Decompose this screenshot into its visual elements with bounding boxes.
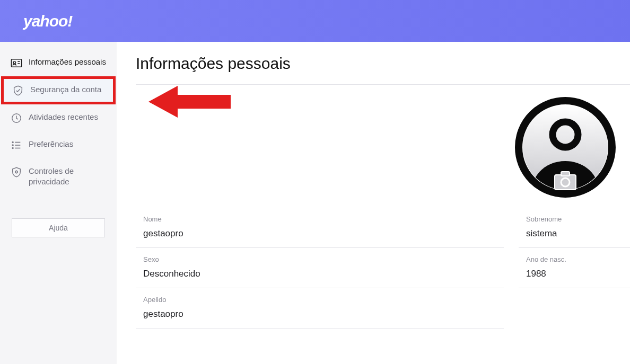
sidebar-item-preferences[interactable]: Preferências (0, 131, 117, 158)
gender-field[interactable]: Sexo Desconhecido (136, 248, 504, 288)
last-name-field[interactable]: Sobrenome sistema (519, 208, 630, 248)
field-label: Apelido (143, 296, 504, 304)
first-name-field[interactable]: Nome gestaopro (136, 208, 504, 248)
camera-icon (555, 172, 576, 190)
sidebar-item-recent-activity[interactable]: Atividades recentes (0, 104, 117, 131)
svg-point-5 (12, 142, 13, 143)
sidebar-item-label: Informações pessoais (29, 57, 106, 67)
svg-point-7 (12, 148, 13, 149)
svg-rect-16 (555, 175, 576, 190)
clock-icon (11, 112, 22, 124)
nickname-field[interactable]: Apelido gestaopro (136, 288, 504, 329)
sidebar-item-label: Segurança da conta (30, 84, 101, 95)
field-value: Desconhecido (143, 269, 504, 279)
field-label: Ano de nasc. (526, 255, 620, 263)
birth-year-field[interactable]: Ano de nasc. 1988 (519, 248, 630, 288)
field-value: 1988 (526, 269, 620, 279)
field-label: Sexo (143, 255, 504, 263)
shield-check-icon (12, 85, 24, 96)
brand-logo: yahoo! (23, 12, 72, 30)
red-arrow-annotation (148, 83, 239, 122)
svg-point-1 (13, 61, 15, 64)
svg-rect-0 (11, 59, 21, 67)
field-value: gestaopro (143, 309, 504, 319)
sidebar-item-account-security[interactable]: Segurança da conta (1, 76, 116, 104)
id-card-icon (11, 57, 22, 69)
avatar[interactable] (514, 96, 616, 198)
field-value: gestaopro (143, 228, 504, 239)
list-icon (11, 139, 22, 151)
sidebar-item-label: Controles de privacidade (29, 166, 110, 188)
app-header: yahoo! (0, 0, 630, 42)
help-button[interactable]: Ajuda (12, 218, 105, 237)
sidebar-item-label: Atividades recentes (29, 112, 98, 122)
main-content: Informações pessoais (117, 42, 630, 364)
shield-gear-icon (11, 166, 22, 178)
help-button-label: Ajuda (49, 224, 68, 232)
page-title: Informações pessoais (136, 55, 630, 73)
sidebar-item-privacy-controls[interactable]: Controles de privacidade (0, 158, 117, 195)
svg-rect-17 (561, 172, 570, 176)
field-label: Sobrenome (526, 215, 620, 223)
sidebar-item-personal-info[interactable]: Informações pessoais (0, 49, 117, 76)
sidebar-item-label: Preferências (29, 139, 73, 149)
field-value: sistema (526, 228, 620, 239)
svg-point-6 (12, 145, 13, 146)
sidebar: Informações pessoais Segurança da conta … (0, 42, 117, 364)
field-label: Nome (143, 215, 504, 223)
